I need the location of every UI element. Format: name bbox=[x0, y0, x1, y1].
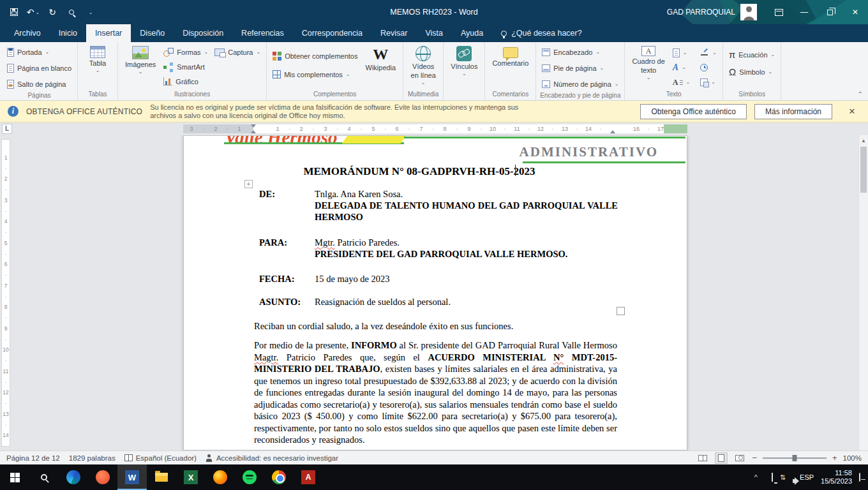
first-line-indent-marker[interactable] bbox=[251, 124, 256, 128]
blank-page-button[interactable]: Página en blanco bbox=[4, 61, 74, 75]
footer-button[interactable]: Pie de página⌄ bbox=[539, 61, 606, 75]
document-page[interactable]: Valle Hermoso ADMINISTRATIVO MEMORÁNDUM … bbox=[183, 135, 687, 450]
tab-referencias[interactable]: Referencias bbox=[232, 24, 293, 42]
clock[interactable]: 11:58 15/5/2023 bbox=[821, 469, 852, 486]
equation-button[interactable]: πEcuación⌄ bbox=[726, 47, 777, 62]
restore-button[interactable] bbox=[817, 0, 842, 24]
read-mode-button[interactable] bbox=[696, 452, 709, 464]
taskbar-search-button[interactable] bbox=[29, 464, 59, 490]
table-button[interactable]: Tabla⌄ bbox=[81, 45, 114, 73]
page-indicator[interactable]: Página 12 de 12 bbox=[6, 454, 60, 462]
text-run: Magtr. bbox=[254, 352, 278, 362]
shapes-button[interactable]: Formas⌄ bbox=[161, 45, 211, 59]
tray-display-button[interactable] bbox=[772, 473, 773, 481]
collapse-ribbon-button[interactable]: ⌃ bbox=[858, 91, 863, 98]
language-switcher[interactable]: ESP bbox=[800, 473, 814, 481]
customize-quick-access-button[interactable]: ⌄ bbox=[82, 3, 100, 22]
vertical-scrollbar[interactable]: ▲ bbox=[858, 135, 868, 450]
start-button[interactable] bbox=[0, 464, 29, 490]
tab-insertar[interactable]: Insertar bbox=[86, 24, 131, 42]
scrollbar-thumb[interactable] bbox=[860, 147, 867, 193]
text-box-button[interactable]: ACuadro detexto⌄ bbox=[628, 45, 668, 80]
taskbar-file-explorer-button[interactable] bbox=[147, 464, 176, 490]
save-button[interactable] bbox=[5, 3, 23, 22]
tab-correspondencia[interactable]: Correspondencia bbox=[293, 24, 371, 42]
get-genuine-office-button[interactable]: Obtenga Office auténtico bbox=[640, 104, 747, 119]
screenshot-button[interactable]: Captura⌄ bbox=[212, 45, 263, 59]
taskbar-edge-button[interactable] bbox=[59, 464, 88, 490]
wordart-button[interactable]: A⌄ bbox=[670, 61, 692, 74]
wikipedia-button[interactable]: WWikipedia bbox=[362, 45, 400, 71]
cover-page-button[interactable]: Portada⌄ bbox=[4, 45, 52, 59]
accessibility-status[interactable]: Accesibilidad: es necesario investigar bbox=[206, 454, 338, 462]
signature-line-button[interactable]: ⌄ bbox=[698, 46, 719, 59]
online-videos-label-1: Vídeos bbox=[412, 63, 434, 70]
get-add-ins-button[interactable]: Obtener complementos bbox=[270, 48, 360, 63]
drop-cap-button[interactable]: A⌄ bbox=[670, 75, 692, 89]
excel-icon: X bbox=[184, 470, 198, 484]
banner-close-button[interactable]: ✕ bbox=[844, 107, 860, 116]
links-button[interactable]: Vínculos⌄ bbox=[447, 45, 481, 77]
pictures-button[interactable]: Imágenes⌄ bbox=[121, 45, 160, 75]
proofing-status[interactable]: Español (Ecuador) bbox=[124, 454, 197, 462]
tell-me-search[interactable]: ¿Qué desea hacer? bbox=[492, 24, 591, 42]
taskbar-chrome-button[interactable] bbox=[264, 464, 294, 490]
zoom-slider-thumb[interactable] bbox=[792, 455, 797, 461]
header-button[interactable]: Encabezado⌄ bbox=[539, 45, 602, 59]
smartart-button[interactable]: SmartArt bbox=[161, 59, 207, 74]
hanging-indent-marker[interactable] bbox=[251, 130, 256, 133]
tab-disposicion[interactable]: Disposición bbox=[174, 24, 232, 42]
tab-revisar[interactable]: Revisar bbox=[371, 24, 416, 42]
table-resize-handle[interactable] bbox=[617, 307, 625, 315]
symbol-button[interactable]: ΩSímbolo⌄ bbox=[726, 64, 775, 79]
zoom-out-button[interactable]: − bbox=[752, 453, 757, 463]
right-indent-marker[interactable] bbox=[610, 130, 615, 133]
tab-ayuda[interactable]: Ayuda bbox=[452, 24, 492, 42]
online-videos-button[interactable]: Vídeosen línea⌄ bbox=[407, 45, 440, 85]
tab-vista[interactable]: Vista bbox=[416, 24, 452, 42]
my-add-ins-button[interactable]: Mis complementos⌄ bbox=[270, 67, 352, 82]
web-layout-button[interactable] bbox=[733, 452, 746, 464]
ruler-tick: 2 bbox=[2, 176, 10, 182]
zoom-slider[interactable] bbox=[763, 457, 827, 459]
show-hidden-icons-button[interactable]: ^ bbox=[754, 473, 758, 481]
tab-archivo[interactable]: Archivo bbox=[5, 24, 50, 42]
ruler-tick: · bbox=[2, 358, 10, 364]
table-move-handle[interactable]: + bbox=[244, 180, 253, 188]
zoom-in-button[interactable]: + bbox=[832, 453, 837, 463]
tray-network-button[interactable]: ⇅ bbox=[780, 473, 786, 482]
comment-button[interactable]: Comentario bbox=[488, 45, 532, 67]
notification-center-button[interactable] bbox=[859, 473, 860, 481]
horizontal-ruler[interactable]: L 3·2·11·2·3·4·5·6·7·8·9·10·11·12·13·14·… bbox=[0, 122, 868, 135]
date-time-button[interactable] bbox=[698, 61, 719, 74]
quick-parts-button[interactable]: ⌄ bbox=[670, 46, 692, 59]
page-number-label: Número de página bbox=[553, 80, 611, 88]
more-info-button[interactable]: Más información bbox=[754, 104, 832, 119]
taskbar-spotify-button[interactable] bbox=[235, 464, 264, 490]
taskbar-acrobat-button[interactable]: A bbox=[294, 464, 323, 490]
vertical-ruler[interactable]: 1·2·3·4·5·6·7·8·9·10·11·12·13·14 bbox=[1, 139, 10, 447]
minimize-button[interactable]: — bbox=[791, 0, 817, 24]
page-number-button[interactable]: Número de página⌄ bbox=[539, 77, 621, 91]
account-name[interactable]: GAD PARROQUIAL bbox=[667, 8, 735, 17]
repeat-button[interactable]: ↻ bbox=[43, 3, 61, 22]
word-count[interactable]: 1829 palabras bbox=[69, 454, 116, 462]
taskbar-excel-button[interactable]: X bbox=[176, 464, 206, 490]
zoom-level[interactable]: 100% bbox=[843, 454, 862, 462]
taskbar-firefox-button[interactable] bbox=[206, 464, 235, 490]
scroll-up-icon[interactable]: ▲ bbox=[859, 135, 868, 144]
chart-button[interactable]: Gráfico bbox=[161, 74, 200, 89]
undo-button[interactable]: ↶⌄ bbox=[24, 3, 42, 22]
close-button[interactable]: ✕ bbox=[842, 0, 868, 24]
ribbon-display-options-button[interactable] bbox=[766, 0, 791, 24]
find-button[interactable] bbox=[63, 3, 80, 22]
print-layout-button[interactable] bbox=[715, 452, 728, 464]
taskbar-word-button[interactable]: W bbox=[117, 464, 147, 490]
tab-diseno[interactable]: Diseño bbox=[131, 24, 174, 42]
taskbar-brave-button[interactable] bbox=[88, 464, 117, 490]
table-label: Tabla bbox=[89, 59, 106, 67]
object-button[interactable]: ⌄ bbox=[698, 75, 719, 89]
page-break-button[interactable]: Salto de página bbox=[4, 77, 68, 91]
tab-inicio[interactable]: Inicio bbox=[50, 24, 86, 42]
avatar[interactable] bbox=[740, 4, 757, 20]
